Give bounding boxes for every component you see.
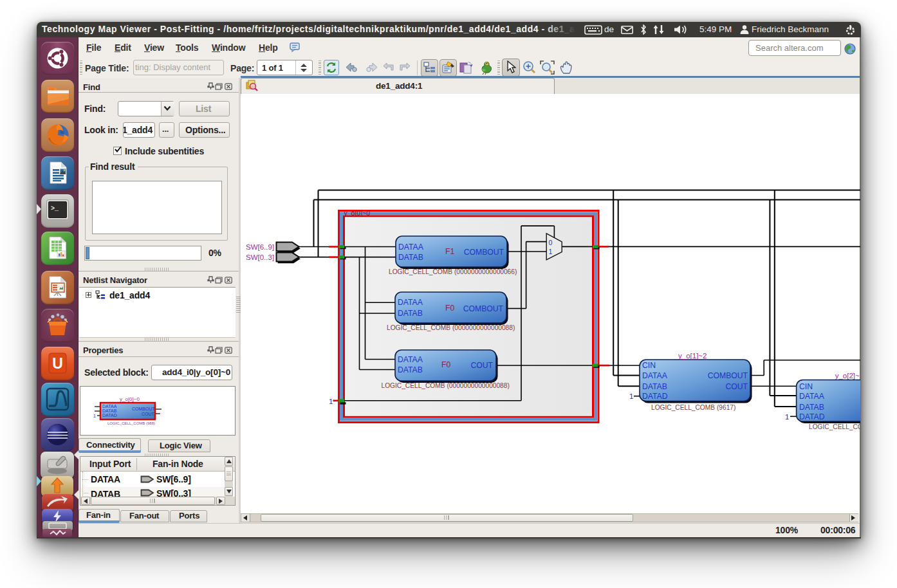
svg-text:1: 1 [549, 248, 553, 255]
svg-text:F1: F1 [445, 247, 454, 256]
svg-text:DATAB: DATAB [398, 309, 423, 318]
svg-text:DATAD: DATAD [102, 413, 117, 418]
svg-text:DATAB: DATAB [398, 365, 423, 374]
svg-text:DATAA: DATAA [642, 371, 668, 380]
svg-text:F0: F0 [445, 304, 454, 313]
svg-text:y_o[1]~2: y_o[1]~2 [678, 352, 707, 360]
svg-text:DATAB: DATAB [642, 382, 667, 391]
svg-text:1: 1 [629, 392, 633, 400]
svg-text:LOGIC_CELL_CO: LOGIC_CELL_CO [809, 423, 860, 430]
svg-text:y_o[2]~: y_o[2]~ [835, 372, 860, 380]
svg-text:DATAB: DATAB [799, 403, 824, 412]
svg-text:y_o[0]~0: y_o[0]~0 [120, 396, 140, 402]
svg-text:DATAD: DATAD [799, 412, 825, 421]
svg-text:DATAA: DATAA [398, 243, 424, 252]
svg-text:LOGIC_CELL_COMB (0000000000000: LOGIC_CELL_COMB (0000000000000088) [382, 382, 510, 389]
svg-text:COMBOUT: COMBOUT [464, 248, 504, 257]
svg-text:LOGIC_CELL_COMB (0000000000000: LOGIC_CELL_COMB (0000000000000088) [387, 324, 515, 331]
svg-text:1: 1 [329, 398, 333, 405]
svg-text:LOGIC_CELL_COMB (0000000000000: LOGIC_CELL_COMB (0000000000000066) [389, 268, 517, 275]
svg-text:U: U [52, 355, 63, 372]
svg-text:DATAB: DATAB [398, 253, 423, 262]
svg-text:DATAA: DATAA [398, 298, 423, 307]
svg-text:1: 1 [785, 413, 789, 421]
svg-text:CIN: CIN [642, 361, 656, 370]
svg-text:LOGIC_CELL_COMB (9617): LOGIC_CELL_COMB (9617) [651, 404, 735, 411]
svg-text:COMBOUT: COMBOUT [463, 304, 504, 313]
svg-text:>_: >_ [51, 205, 59, 212]
svg-text:F0: F0 [441, 360, 450, 369]
svg-text:DATAD: DATAD [642, 392, 668, 401]
svg-text:COUT: COUT [142, 412, 155, 416]
svg-text:LOGIC_CELL_COMB (988): LOGIC_CELL_COMB (988) [107, 421, 155, 425]
svg-text:1: 1 [93, 414, 96, 418]
svg-text:SW[6..9]: SW[6..9] [246, 243, 274, 251]
svg-text:DATAA: DATAA [102, 404, 117, 409]
svg-text:SW[0..3]: SW[0..3] [246, 253, 274, 261]
svg-text:DATAA: DATAA [398, 355, 423, 364]
svg-text:DATAB: DATAB [102, 409, 117, 413]
svg-text:COMBOUT: COMBOUT [132, 407, 156, 411]
svg-text:COUT: COUT [470, 361, 493, 370]
svg-text:DATAA: DATAA [799, 392, 825, 401]
svg-text:y_o[0]~0: y_o[0]~0 [344, 209, 371, 217]
svg-text:COUT: COUT [725, 382, 748, 391]
svg-text:0: 0 [549, 239, 553, 246]
svg-text:CIN: CIN [799, 382, 813, 391]
svg-text:COMBOUT: COMBOUT [708, 371, 748, 380]
